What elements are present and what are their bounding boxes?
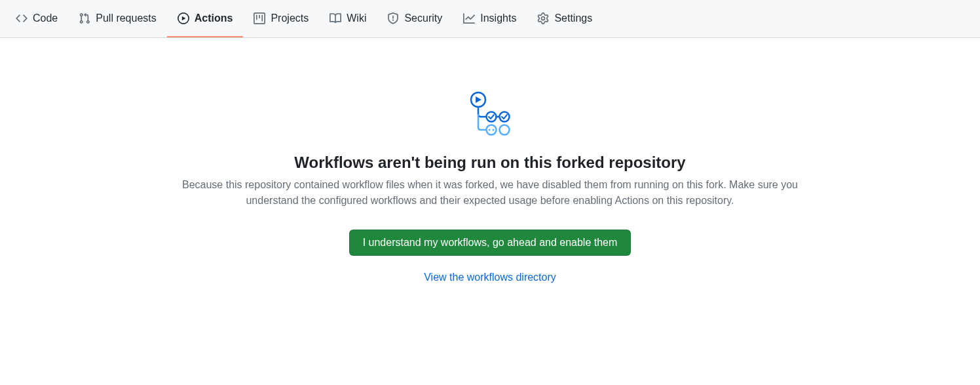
code-icon [16,12,28,24]
svg-point-7 [493,129,495,131]
play-circle-icon [178,12,189,24]
tab-code[interactable]: Code [5,0,68,37]
graph-icon [463,12,475,24]
tab-projects[interactable]: Projects [243,0,319,37]
tab-label: Settings [554,12,592,24]
tab-label: Code [33,12,58,24]
tab-label: Insights [480,12,516,24]
enable-workflows-button[interactable]: I understand my workflows, go ahead and … [349,230,631,256]
tab-label: Security [404,12,442,24]
tab-label: Actions [195,12,233,24]
tab-label: Wiki [347,12,366,24]
gear-icon [537,12,549,24]
svg-point-4 [500,112,510,122]
view-workflows-link[interactable]: View the workflows directory [123,272,857,283]
tab-actions[interactable]: Actions [167,0,244,37]
tab-label: Projects [271,12,309,24]
repo-tab-nav: Code Pull requests Actions Projects Wiki… [0,0,980,38]
git-pull-request-icon [79,12,90,24]
tab-settings[interactable]: Settings [527,0,603,37]
svg-marker-1 [476,96,481,103]
svg-point-6 [489,129,491,131]
workflow-illustration-icon [123,91,857,138]
svg-point-5 [487,125,497,135]
tab-pull-requests[interactable]: Pull requests [68,0,167,37]
shield-icon [387,12,399,24]
svg-point-8 [500,125,510,135]
tab-label: Pull requests [96,12,157,24]
blankslate-description: Because this repository contained workfl… [162,177,818,209]
actions-blankslate: Workflows aren't being run on this forke… [97,38,883,310]
svg-point-2 [487,112,497,122]
tab-wiki[interactable]: Wiki [319,0,377,37]
tab-security[interactable]: Security [377,0,453,37]
book-icon [330,12,341,24]
tab-insights[interactable]: Insights [453,0,527,37]
blankslate-heading: Workflows aren't being run on this forke… [123,153,857,172]
project-icon [254,12,265,24]
